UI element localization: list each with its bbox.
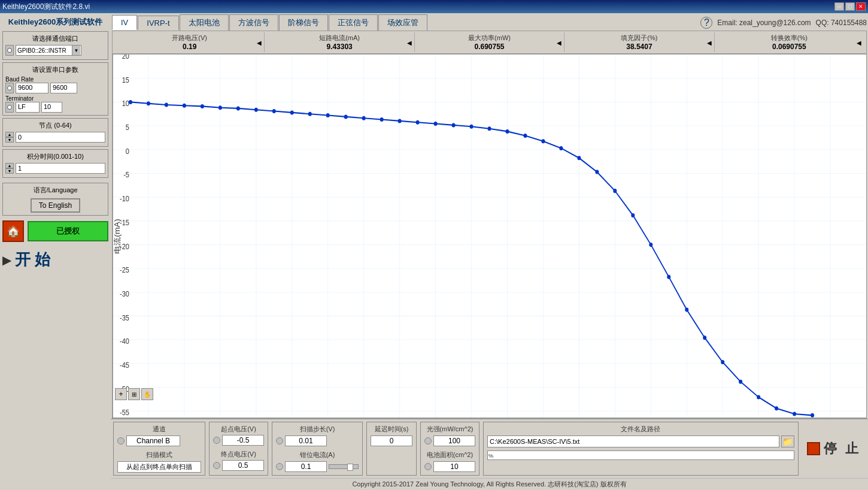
svg-point-78 [147,101,150,105]
node-input[interactable] [16,132,105,143]
cell-area-value[interactable]: 10 [433,461,475,472]
svg-point-103 [595,170,599,174]
close-button[interactable]: ✕ [856,2,866,11]
title-bar: Keithley2600测试软件2.8.vi ─ □ ✕ [0,0,868,13]
serial-params-label: 请设置串口参数 [5,65,105,74]
start-volt-row: 起点电压(V) -0.5 [213,425,264,446]
stop-button[interactable]: 停 止 [807,440,861,458]
authorized-button[interactable]: 已授权 [28,221,108,241]
integ-time-group: 积分时间(0.001-10) ▲ ▼ [2,149,108,178]
integ-time-down[interactable]: ▼ [5,168,14,174]
tab-ivrpt[interactable]: IVRP-t [138,16,178,30]
channel-label: 通道 [117,425,201,434]
integ-time-up[interactable]: ▲ [5,163,14,168]
scan-step-label: 扫描步长(V) [276,425,359,434]
stat-max-power-arrow[interactable]: ◀ [557,39,562,46]
stat-efficiency-arrow[interactable]: ◀ [857,39,861,46]
stat-efficiency-value: 0.0690755 [717,43,861,51]
clamp-current-value[interactable]: 0.1 [285,461,327,472]
com-port-label: 请选择通信端口 [5,34,105,43]
node-up[interactable]: ▲ [5,132,14,137]
svg-text:-30: -30 [120,289,129,298]
terminator-row: LF 10 [5,102,105,113]
end-volt-value[interactable]: 0.5 [222,460,264,471]
integ-time-input[interactable] [16,163,105,174]
home-button[interactable]: 🏠 [2,220,24,242]
svg-point-86 [290,110,294,114]
svg-point-89 [344,114,348,119]
minimize-button[interactable]: ─ [834,2,844,11]
node-down[interactable]: ▼ [5,137,14,143]
clamp-slider[interactable] [329,464,359,469]
terminator-val[interactable]: 10 [41,102,62,113]
scan-mode-value[interactable]: 从起点到终点单向扫描 [117,461,201,473]
stats-bar: 开路电压(V) 0.19 ◀ 短路电流(mA) 9.43303 ◀ 最大功率(m… [112,31,867,54]
baud-rate-input2[interactable]: 9600 [50,83,77,93]
svg-text:15: 15 [122,75,130,84]
node-spinner[interactable]: ▲ ▼ [5,132,14,143]
pan-button[interactable]: ✋ [141,388,153,400]
folder-button[interactable]: 📁 [781,435,794,447]
com-port-arrow[interactable]: ▼ [72,46,80,55]
tab-iv[interactable]: IV [112,15,137,30]
tab-solar[interactable]: 太阳电池 [180,14,229,31]
chart-svg: 20 15 10 5 0 -5 -10 -15 -20 -25 -30 -35 … [113,55,866,418]
term-icon [5,102,14,113]
help-qq: QQ: 740155488 [816,19,867,27]
clamp-slider-thumb[interactable] [347,464,353,471]
stat-short-current-arrow[interactable]: ◀ [407,39,412,46]
com-port-value[interactable]: GPIB0::26::INSTR ▼ [16,45,81,56]
svg-point-102 [577,156,581,160]
stat-max-power-value: 0.690755 [417,43,562,51]
stat-short-current-value: 9.43303 [267,43,411,51]
svg-point-93 [416,120,420,125]
language-button[interactable]: To English [31,198,80,213]
light-value[interactable]: 100 [433,435,475,446]
stat-short-current: 短路电流(mA) 9.43303 ◀ [265,32,414,52]
svg-point-108 [685,308,688,312]
light-icon [424,437,432,444]
scan-step-value[interactable]: 0.01 [285,435,327,446]
svg-text:-35: -35 [120,313,129,322]
com-port-select[interactable]: GPIB0::26::INSTR ▼ [16,45,105,56]
tab-square[interactable]: 方波信号 [229,14,278,31]
integ-time-spinner[interactable]: ▲ ▼ [5,163,14,174]
zoom-out-button[interactable]: ⊞ [128,388,140,400]
maximize-button[interactable]: □ [845,2,855,11]
svg-point-79 [165,103,168,107]
stat-max-power-label: 最大功率(mW) [417,34,562,43]
integ-time-row: ▲ ▼ [5,163,105,174]
help-icon[interactable]: ? [700,17,712,29]
stop-icon [807,442,820,455]
stop-label: 停 止 [824,440,861,458]
start-volt-value[interactable]: -0.5 [222,435,264,446]
right-content: IV IVRP-t 太阳电池 方波信号 阶梯信号 正弦信号 场效应管 ? Ema… [111,13,868,490]
start-label[interactable]: 开 始 [15,249,50,270]
clamp-icon [276,463,283,470]
tab-staircase[interactable]: 阶梯信号 [279,14,328,31]
tab-fet[interactable]: 场效应管 [378,14,427,31]
start-section: ▶ 开 始 [2,249,108,270]
play-icon[interactable]: ▶ [2,253,11,267]
tab-sine[interactable]: 正弦信号 [329,14,378,31]
svg-point-77 [129,100,132,104]
channel-value[interactable]: Channel B [126,435,180,446]
baud-rate-row: 9600 9600 [5,83,105,93]
stat-fill-factor-arrow[interactable]: ◀ [707,39,712,46]
end-volt-col: 终点电压(V) 0.5 [213,450,264,471]
terminator-lf[interactable]: LF [16,102,40,113]
start-volt-input-row: -0.5 [213,435,264,446]
light-row: 100 [424,435,475,446]
baud-rate-label: Baud Rate [5,76,105,83]
file-path-input[interactable] [487,435,779,447]
svg-point-84 [254,108,258,112]
svg-point-100 [541,139,545,143]
svg-point-112 [757,395,760,399]
delay-time-value[interactable]: 0 [371,435,412,446]
file-path-row: 📁 [487,435,794,447]
stat-open-voltage-arrow[interactable]: ◀ [257,39,262,46]
zoom-fit-button[interactable]: + [115,388,127,400]
serial-params-group: 请设置串口参数 Baud Rate 9600 9600 Terminator L… [2,62,108,116]
baud-rate-input1[interactable]: 9600 [16,83,48,93]
window-controls: ─ □ ✕ [834,2,866,11]
